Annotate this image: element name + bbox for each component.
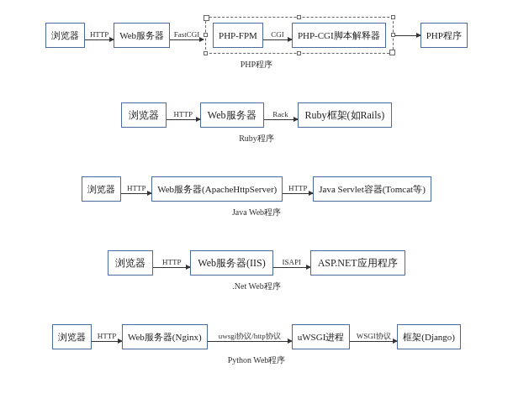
dashed-group-php: PHP-FPM CGI PHP-CGI脚本解释器 xyxy=(205,17,394,54)
arrow-label: Rack xyxy=(272,111,288,118)
node-servlet-container: Java Servlet容器(Tomcat等) xyxy=(313,176,431,202)
node-phpcgi: PHP-CGI脚本解释器 xyxy=(292,23,386,48)
arrow-label: HTTP xyxy=(90,31,109,39)
flow-row-php: 浏览器 HTTP Web服务器 FastCGI PHP-FPM CGI PHP-… xyxy=(8,17,505,54)
node-aspnet-app: ASP.NET应用程序 xyxy=(310,250,405,276)
arrow xyxy=(395,34,420,36)
node-webserver: Web服务器 xyxy=(200,102,264,128)
arrow-label: uwsgi协议/http协议 xyxy=(219,333,281,340)
flow-row-java: 浏览器 HTTP Web服务器(ApacheHttpServer) HTTP J… xyxy=(8,176,505,202)
node-browser: 浏览器 xyxy=(121,102,167,128)
node-webserver-iis: Web服务器(IIS) xyxy=(190,250,272,276)
arrow: HTTP xyxy=(121,185,151,194)
node-webserver: Web服务器 xyxy=(114,23,170,48)
arrow-label: WSGI协议 xyxy=(357,333,391,340)
caption-python: Python Web程序 xyxy=(8,354,505,366)
arrow: HTTP xyxy=(283,185,313,194)
node-rubyframework: Ruby框架(如Rails) xyxy=(298,102,393,128)
arrow: HTTP xyxy=(92,333,122,342)
node-browser: 浏览器 xyxy=(82,176,121,202)
arrow: CGI xyxy=(263,31,292,40)
arrow: FastCGI xyxy=(170,31,204,40)
caption-dotnet: .Net Web程序 xyxy=(8,281,505,292)
arrow-label: HTTP xyxy=(98,333,117,340)
arrow: Rack xyxy=(264,111,298,120)
caption-ruby: Ruby程序 xyxy=(8,133,505,144)
flow-row-dotnet: 浏览器 HTTP Web服务器(IIS) ISAPI ASP.NET应用程序 xyxy=(8,250,505,276)
arrow: WSGI协议 xyxy=(350,333,397,342)
node-phpfpm: PHP-FPM xyxy=(213,23,263,48)
node-webserver-nginx: Web服务器(Nginx) xyxy=(122,324,208,349)
arrow-label: CGI xyxy=(271,31,284,39)
flow-row-python: 浏览器 HTTP Web服务器(Nginx) uwsgi协议/http协议 uW… xyxy=(8,324,505,349)
node-browser: 浏览器 xyxy=(45,23,85,48)
node-phpapp: PHP程序 xyxy=(420,23,468,48)
node-django: 框架(Django) xyxy=(397,324,461,349)
arrow-label: HTTP xyxy=(127,185,146,192)
caption-php: PHP程序 xyxy=(8,59,505,71)
arrow: uwsgi协议/http协议 xyxy=(208,333,292,342)
arrow: HTTP xyxy=(153,259,190,268)
node-browser: 浏览器 xyxy=(52,324,92,349)
arrow-label: FastCGI xyxy=(174,31,200,39)
arrow: HTTP xyxy=(85,31,114,40)
arrow: HTTP xyxy=(167,111,200,120)
flow-row-ruby: 浏览器 HTTP Web服务器 Rack Ruby框架(如Rails) xyxy=(8,102,505,128)
node-webserver-apache: Web服务器(ApacheHttpServer) xyxy=(151,176,283,202)
arrow-label: HTTP xyxy=(288,185,308,192)
arrow-label: HTTP xyxy=(174,111,193,118)
arrow-label: ISAPI xyxy=(282,259,301,266)
node-browser: 浏览器 xyxy=(108,250,153,276)
arrow-label: HTTP xyxy=(162,259,182,266)
caption-java: Java Web程序 xyxy=(8,207,505,218)
arrow: ISAPI xyxy=(273,259,310,268)
node-uwsgi: uWSGI进程 xyxy=(292,324,351,349)
